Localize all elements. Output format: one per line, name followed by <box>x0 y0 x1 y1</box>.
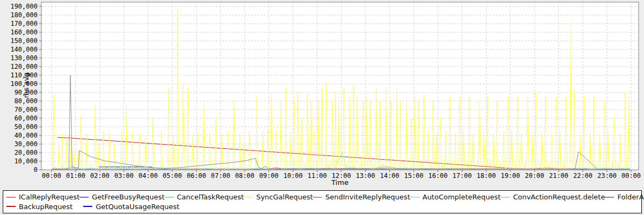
legend-swatch-CancelTaskRequest <box>165 197 174 198</box>
legend-item-CancelTaskRequest: CancelTaskRequest <box>165 193 244 201</box>
legend-item-GetQuotaUsageRequest: GetQuotaUsageRequest <box>83 203 179 211</box>
legend-label: AutoCompleteRequest <box>422 193 501 201</box>
ms-avg-stats-chart: 010,00020,00030,00040,00050,00060,00070,… <box>0 0 644 215</box>
legend-item-AutoCompleteRequest: AutoCompleteRequest <box>410 193 501 201</box>
legend-label: SendInviteReplyRequest <box>325 193 410 201</box>
legend-label: GetFreeBusyRequest <box>92 193 164 201</box>
legend-label: BackupRequest <box>19 203 72 211</box>
plot-background <box>41 2 639 170</box>
legend-swatch-SendInviteReplyRequest <box>313 197 322 198</box>
legend-item-ConvActionRequest.delete: ConvActionRequest.delete <box>501 193 605 201</box>
y-axis-title: ms avg <box>21 0 31 170</box>
legend-item-GetFreeBusyRequest: GetFreeBusyRequest <box>79 193 164 201</box>
legend-label: ICalReplyRequest <box>19 193 79 201</box>
legend-swatch-ICalReplyRequest <box>6 197 16 198</box>
legend-swatch-GetFreeBusyRequest <box>79 197 89 198</box>
y-axis-title-text: ms avg <box>23 72 31 97</box>
y-tick-label: 0 <box>34 166 38 174</box>
legend-item-SendInviteReplyRequest: SendInviteReplyRequest <box>313 193 410 201</box>
plot-area: 010,00020,00030,00040,00050,00060,00070,… <box>0 0 644 189</box>
legend-item-ICalReplyRequest: ICalReplyRequest <box>6 193 79 201</box>
legend-swatch-SyncGalRequest <box>244 197 253 198</box>
legend-label: FolderActionRequest.empty <box>617 193 644 201</box>
legend-swatch-AutoCompleteRequest <box>410 197 419 198</box>
legend-label: SyncGalRequest <box>256 193 313 201</box>
legend-swatch-FolderActionRequest.empty <box>605 197 614 198</box>
legend-item-FolderActionRequest.empty: FolderActionRequest.empty <box>605 193 644 201</box>
legend-swatch-BackupRequest <box>6 206 16 207</box>
legend-item-SyncGalRequest: SyncGalRequest <box>244 193 313 201</box>
legend-swatch-GetQuotaUsageRequest <box>83 206 92 207</box>
legend: ICalReplyRequestGetFreeBusyRequestCancel… <box>3 190 642 213</box>
legend-item-BackupRequest: BackupRequest <box>6 203 72 211</box>
x-axis-title: Time <box>41 178 639 187</box>
legend-swatch-ConvActionRequest.delete <box>501 197 510 198</box>
legend-row-1: ICalReplyRequestGetFreeBusyRequestCancel… <box>6 193 638 201</box>
legend-label: GetQuotaUsageRequest <box>96 203 179 211</box>
legend-label: ConvActionRequest.delete <box>513 193 605 201</box>
legend-row-2: BackupRequestGetQuotaUsageRequest <box>6 203 638 211</box>
legend-label: CancelTaskRequest <box>177 193 244 201</box>
